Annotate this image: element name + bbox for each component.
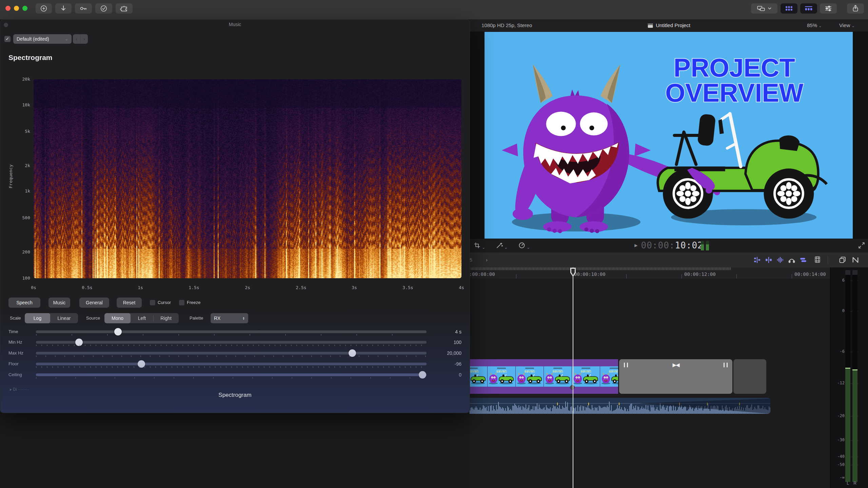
slider-value: 20,000: [400, 348, 461, 358]
ceiling-slider[interactable]: [36, 373, 427, 376]
updown-chevrons-icon: ▲▼: [242, 317, 245, 320]
share-button[interactable]: [847, 3, 864, 14]
clip-appearance-button[interactable]: [814, 256, 821, 264]
chevron-down-icon: ⌄: [482, 245, 485, 249]
timeline-history-forward-button[interactable]: ›: [486, 252, 488, 267]
freeze-checkbox[interactable]: [179, 300, 184, 305]
svg-text:seven: seven: [580, 369, 591, 373]
grid-icon: [785, 6, 793, 11]
meter-scale-label: -12: [830, 381, 845, 385]
timeline-toggle-button[interactable]: [800, 3, 817, 14]
enhancements-menu-button[interactable]: ⌄: [496, 242, 508, 250]
audio-meter-mini-right[interactable]: [706, 241, 709, 250]
preset-speech-button[interactable]: Speech: [8, 298, 40, 308]
floor-slider[interactable]: [36, 363, 427, 365]
timecode-display: 00:00:10:02: [641, 240, 703, 250]
meter-scale-label: -20: [830, 413, 845, 418]
freq-tick: 20k: [10, 77, 30, 82]
audio-skimming-button[interactable]: [777, 257, 784, 265]
preset-select[interactable]: Default (edited) ⌄: [13, 34, 72, 44]
prev-preset-button[interactable]: ‹: [73, 34, 81, 44]
timeline-ruler[interactable]: 00:00:08:00 00:00:10:00 00:00:12:00 00:0…: [470, 267, 830, 279]
clip-thumbnail: seven: [572, 366, 600, 387]
time-tick: 3.5s: [394, 285, 421, 290]
collapsed-section-partial[interactable]: ▸ Di ········: [10, 387, 29, 392]
project-format-info: 1080p HD 25p, Stereo: [481, 19, 532, 32]
source-mono-option[interactable]: Mono: [104, 313, 131, 323]
svg-text:seven: seven: [552, 369, 563, 373]
download-arrow-icon: [60, 5, 67, 12]
gray-clip-hold[interactable]: ▶◀: [619, 359, 732, 394]
snapping-toggle-button[interactable]: [852, 257, 859, 265]
add-button[interactable]: [36, 3, 52, 14]
inspector-toggle-button[interactable]: [820, 3, 837, 14]
trim-tool-button[interactable]: [754, 257, 761, 265]
background-tasks-button[interactable]: [95, 3, 112, 14]
preset-general-button[interactable]: General: [79, 298, 109, 308]
palette-select[interactable]: RX ▲▼: [211, 313, 248, 323]
viewer-view-menu[interactable]: View ⌄: [839, 19, 855, 32]
svg-text:seven: seven: [524, 369, 535, 373]
slider-value: 0: [400, 370, 461, 380]
floor-slider-row: Floor -96: [0, 359, 470, 369]
preset-reset-button[interactable]: Reset: [117, 298, 142, 308]
slider-value: 100: [400, 337, 461, 347]
browser-toggle-button[interactable]: [781, 3, 797, 14]
cursor-checkbox[interactable]: [150, 300, 155, 305]
clip-thumbnail: seven: [600, 366, 618, 387]
preset-music-button[interactable]: Music: [48, 298, 70, 308]
window-close-button[interactable]: [5, 6, 11, 11]
import-media-button[interactable]: [55, 3, 72, 14]
check-circle-icon: [100, 5, 107, 12]
position-tool-button[interactable]: [765, 257, 772, 265]
video-scene: PROJECT OVERVIEW: [485, 32, 853, 239]
dual-display-icon: [757, 5, 766, 12]
retime-menu-button[interactable]: ⌄: [518, 242, 530, 250]
window-minimize-button[interactable]: [14, 6, 19, 11]
clip-thumbnail: seven: [544, 366, 572, 387]
time-tick: 4s: [448, 285, 470, 290]
clip-connection-dot: [570, 385, 575, 390]
scale-linear-option[interactable]: Linear: [50, 313, 78, 323]
video-clip-filmstrip[interactable]: seven seven seven: [470, 359, 618, 394]
minhz-slider[interactable]: [36, 341, 427, 344]
chevron-down-icon: ⌄: [527, 245, 530, 249]
spectrogram-plot[interactable]: [34, 79, 461, 278]
source-right-option[interactable]: Right: [154, 313, 178, 323]
audio-clip[interactable]: [470, 398, 770, 414]
clip-thumbnail: seven: [470, 366, 488, 387]
viewer-expand-button[interactable]: [858, 242, 865, 250]
preset-enabled-checkbox[interactable]: ✓: [4, 36, 11, 42]
source-left-option[interactable]: Left: [131, 313, 153, 323]
keywords-button[interactable]: [75, 3, 92, 14]
clapperboard-icon: [647, 23, 653, 28]
audio-meter-mini-left[interactable]: [701, 241, 704, 250]
crop-menu-button[interactable]: ⌄: [474, 242, 485, 250]
next-preset-button[interactable]: ›: [81, 34, 88, 44]
scale-log-option[interactable]: Log: [25, 313, 50, 323]
cursor-checkbox-label: Cursor: [158, 298, 171, 308]
time-tick: 0s: [20, 285, 47, 290]
secondary-storyline-button[interactable]: [839, 257, 846, 265]
viewer-zoom-menu[interactable]: 85% ⌄: [807, 19, 822, 32]
scene-title-line2: OVERVIEW: [665, 78, 804, 107]
time-slider[interactable]: [36, 330, 427, 333]
playhead-line[interactable]: [573, 267, 573, 488]
window-zoom-button[interactable]: [22, 6, 27, 11]
svg-text:seven: seven: [609, 369, 618, 373]
freq-tick: 500: [10, 215, 30, 220]
gray-clip-dark[interactable]: [733, 359, 766, 394]
play-button[interactable]: ▶: [634, 243, 637, 248]
extensions-button[interactable]: [116, 3, 133, 14]
time-tick: 2s: [234, 285, 261, 290]
display-output-button[interactable]: [751, 3, 777, 14]
audio-monitor-button[interactable]: [788, 257, 795, 265]
key-icon: [79, 5, 87, 12]
project-title: Untitled Project: [656, 19, 690, 32]
preset-nav-buttons[interactable]: ‹ ›: [73, 34, 88, 44]
maxhz-slider[interactable]: [36, 352, 427, 354]
scale-segmented-control: Log Linear: [25, 313, 78, 323]
freq-tick: 10k: [10, 102, 30, 107]
solo-button[interactable]: [800, 257, 807, 265]
freq-tick: 5k: [10, 129, 30, 134]
